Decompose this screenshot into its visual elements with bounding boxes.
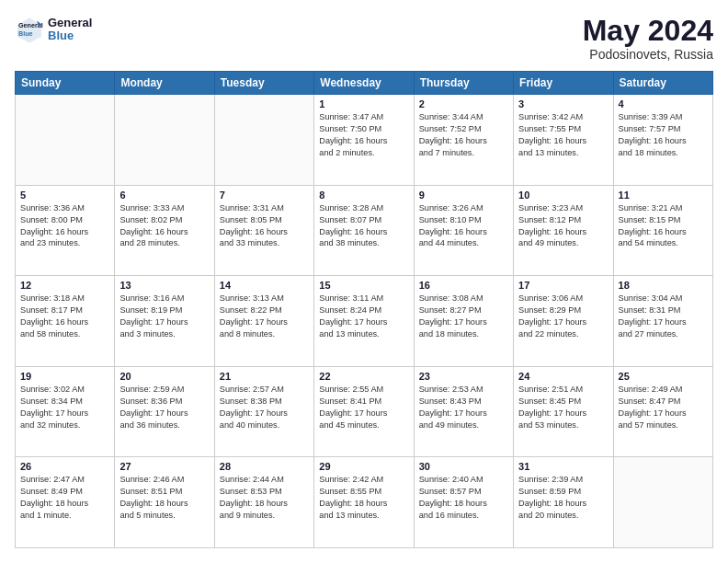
day-info: Sunrise: 3:28 AMSunset: 8:07 PMDaylight:… <box>319 202 408 250</box>
day-number: 23 <box>419 371 508 382</box>
day-info: Sunrise: 2:57 AMSunset: 8:38 PMDaylight:… <box>220 384 309 431</box>
day-info: Sunrise: 3:08 AMSunset: 8:27 PMDaylight:… <box>419 293 508 340</box>
logo: General Blue General Blue <box>15 15 92 44</box>
calendar-cell: 20Sunrise: 2:59 AMSunset: 8:36 PMDayligh… <box>115 366 214 457</box>
calendar-cell <box>16 95 115 186</box>
day-info: Sunrise: 3:47 AMSunset: 7:50 PMDaylight:… <box>319 111 408 159</box>
calendar-cell: 23Sunrise: 2:53 AMSunset: 8:43 PMDayligh… <box>414 366 513 457</box>
day-info: Sunrise: 3:36 AMSunset: 8:00 PMDaylight:… <box>20 202 109 250</box>
calendar-cell <box>613 457 712 548</box>
day-number: 26 <box>20 461 109 472</box>
logo-blue: Blue <box>48 29 92 42</box>
svg-text:Blue: Blue <box>18 29 33 38</box>
day-number: 24 <box>518 371 608 382</box>
day-number: 18 <box>619 280 708 291</box>
calendar-cell <box>115 95 214 186</box>
day-number: 9 <box>419 190 508 201</box>
day-number: 1 <box>319 98 408 109</box>
day-info: Sunrise: 2:55 AMSunset: 8:41 PMDaylight:… <box>319 384 408 431</box>
calendar-cell: 19Sunrise: 3:02 AMSunset: 8:34 PMDayligh… <box>16 366 115 457</box>
calendar-cell: 30Sunrise: 2:40 AMSunset: 8:57 PMDayligh… <box>414 457 513 548</box>
calendar-cell: 18Sunrise: 3:04 AMSunset: 8:31 PMDayligh… <box>613 276 712 367</box>
col-header-friday: Friday <box>514 72 613 95</box>
day-number: 14 <box>220 280 309 291</box>
day-info: Sunrise: 2:46 AMSunset: 8:51 PMDaylight:… <box>119 474 209 522</box>
day-info: Sunrise: 3:42 AMSunset: 7:55 PMDaylight:… <box>518 111 608 159</box>
calendar-cell <box>214 95 313 186</box>
location: Podosinovets, Russia <box>583 47 713 62</box>
calendar-cell: 8Sunrise: 3:28 AMSunset: 8:07 PMDaylight… <box>314 185 414 276</box>
calendar-cell: 28Sunrise: 2:44 AMSunset: 8:53 PMDayligh… <box>214 457 313 548</box>
title-section: May 2024 Podosinovets, Russia <box>583 15 713 62</box>
day-number: 19 <box>20 371 109 382</box>
day-number: 2 <box>419 98 508 109</box>
calendar-cell: 15Sunrise: 3:11 AMSunset: 8:24 PMDayligh… <box>314 276 414 367</box>
calendar-cell: 4Sunrise: 3:39 AMSunset: 7:57 PMDaylight… <box>613 95 712 186</box>
day-info: Sunrise: 3:39 AMSunset: 7:57 PMDaylight:… <box>619 111 708 159</box>
calendar-cell: 3Sunrise: 3:42 AMSunset: 7:55 PMDaylight… <box>514 95 613 186</box>
day-number: 29 <box>319 461 408 472</box>
day-number: 15 <box>319 280 408 291</box>
page: General Blue General Blue May 2024 Podos… <box>0 0 728 563</box>
calendar-cell: 12Sunrise: 3:18 AMSunset: 8:17 PMDayligh… <box>16 276 115 367</box>
calendar-table: SundayMondayTuesdayWednesdayThursdayFrid… <box>15 71 713 548</box>
day-info: Sunrise: 2:47 AMSunset: 8:49 PMDaylight:… <box>20 474 109 522</box>
logo-icon: General Blue <box>15 15 44 44</box>
day-number: 28 <box>220 461 309 472</box>
day-info: Sunrise: 3:06 AMSunset: 8:29 PMDaylight:… <box>518 293 608 340</box>
day-number: 8 <box>319 190 408 201</box>
day-info: Sunrise: 2:40 AMSunset: 8:57 PMDaylight:… <box>419 474 508 522</box>
day-info: Sunrise: 3:26 AMSunset: 8:10 PMDaylight:… <box>419 202 508 250</box>
calendar-cell: 17Sunrise: 3:06 AMSunset: 8:29 PMDayligh… <box>514 276 613 367</box>
day-info: Sunrise: 3:23 AMSunset: 8:12 PMDaylight:… <box>518 202 608 250</box>
calendar-cell: 2Sunrise: 3:44 AMSunset: 7:52 PMDaylight… <box>414 95 513 186</box>
day-info: Sunrise: 3:21 AMSunset: 8:15 PMDaylight:… <box>619 202 708 250</box>
day-info: Sunrise: 3:18 AMSunset: 8:17 PMDaylight:… <box>20 293 109 340</box>
day-number: 13 <box>119 280 209 291</box>
day-number: 20 <box>119 371 209 382</box>
day-info: Sunrise: 2:42 AMSunset: 8:55 PMDaylight:… <box>319 474 408 522</box>
calendar-cell: 10Sunrise: 3:23 AMSunset: 8:12 PMDayligh… <box>514 185 613 276</box>
calendar-week-1: 1Sunrise: 3:47 AMSunset: 7:50 PMDaylight… <box>16 95 713 186</box>
calendar-header-row: SundayMondayTuesdayWednesdayThursdayFrid… <box>16 72 713 95</box>
day-number: 4 <box>619 98 708 109</box>
day-number: 17 <box>518 280 608 291</box>
calendar-cell: 11Sunrise: 3:21 AMSunset: 8:15 PMDayligh… <box>613 185 712 276</box>
day-number: 25 <box>619 371 708 382</box>
calendar-cell: 21Sunrise: 2:57 AMSunset: 8:38 PMDayligh… <box>214 366 313 457</box>
day-number: 21 <box>220 371 309 382</box>
day-number: 12 <box>20 280 109 291</box>
calendar-week-5: 26Sunrise: 2:47 AMSunset: 8:49 PMDayligh… <box>16 457 713 548</box>
day-info: Sunrise: 2:59 AMSunset: 8:36 PMDaylight:… <box>119 384 209 431</box>
day-number: 27 <box>119 461 209 472</box>
calendar-week-3: 12Sunrise: 3:18 AMSunset: 8:17 PMDayligh… <box>16 276 713 367</box>
day-info: Sunrise: 3:13 AMSunset: 8:22 PMDaylight:… <box>220 293 309 340</box>
month-year: May 2024 <box>583 15 713 47</box>
calendar-cell: 29Sunrise: 2:42 AMSunset: 8:55 PMDayligh… <box>314 457 414 548</box>
calendar-cell: 14Sunrise: 3:13 AMSunset: 8:22 PMDayligh… <box>214 276 313 367</box>
calendar-week-2: 5Sunrise: 3:36 AMSunset: 8:00 PMDaylight… <box>16 185 713 276</box>
day-number: 6 <box>119 190 209 201</box>
day-number: 5 <box>20 190 109 201</box>
calendar-cell: 25Sunrise: 2:49 AMSunset: 8:47 PMDayligh… <box>613 366 712 457</box>
day-info: Sunrise: 2:44 AMSunset: 8:53 PMDaylight:… <box>220 474 309 522</box>
day-info: Sunrise: 2:49 AMSunset: 8:47 PMDaylight:… <box>619 384 708 431</box>
col-header-tuesday: Tuesday <box>214 72 313 95</box>
day-number: 30 <box>419 461 508 472</box>
calendar-cell: 24Sunrise: 2:51 AMSunset: 8:45 PMDayligh… <box>514 366 613 457</box>
day-info: Sunrise: 3:44 AMSunset: 7:52 PMDaylight:… <box>419 111 508 159</box>
day-number: 31 <box>518 461 608 472</box>
calendar-cell: 31Sunrise: 2:39 AMSunset: 8:59 PMDayligh… <box>514 457 613 548</box>
logo-general: General <box>48 17 92 29</box>
calendar-cell: 16Sunrise: 3:08 AMSunset: 8:27 PMDayligh… <box>414 276 513 367</box>
col-header-saturday: Saturday <box>613 72 712 95</box>
day-info: Sunrise: 2:39 AMSunset: 8:59 PMDaylight:… <box>518 474 608 522</box>
calendar-cell: 26Sunrise: 2:47 AMSunset: 8:49 PMDayligh… <box>16 457 115 548</box>
day-number: 7 <box>220 190 309 201</box>
day-info: Sunrise: 3:04 AMSunset: 8:31 PMDaylight:… <box>619 293 708 340</box>
day-info: Sunrise: 3:16 AMSunset: 8:19 PMDaylight:… <box>119 293 209 340</box>
day-info: Sunrise: 3:33 AMSunset: 8:02 PMDaylight:… <box>119 202 209 250</box>
day-number: 16 <box>419 280 508 291</box>
col-header-monday: Monday <box>115 72 214 95</box>
calendar-week-4: 19Sunrise: 3:02 AMSunset: 8:34 PMDayligh… <box>16 366 713 457</box>
